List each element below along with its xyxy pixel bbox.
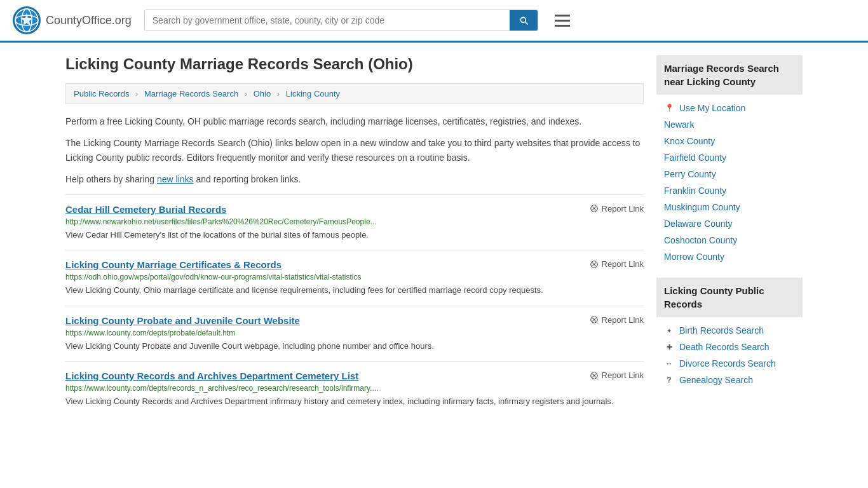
- breadcrumb-sep: ›: [277, 89, 280, 98]
- report-icon: [590, 204, 599, 213]
- sidebar-item-divorce-records[interactable]: Divorce Records Search: [656, 355, 803, 372]
- arrow-icon: [664, 358, 674, 369]
- delaware-county-link[interactable]: Delaware County: [664, 219, 732, 229]
- search-input[interactable]: [145, 10, 510, 30]
- sidebar-item-newark[interactable]: Newark: [656, 116, 803, 133]
- sidebar: Marriage Records Search near Licking Cou…: [656, 55, 803, 417]
- description-3: Help others by sharing new links and rep…: [65, 172, 644, 186]
- sidebar-item-fairfield-county[interactable]: Fairfield County: [656, 149, 803, 166]
- breadcrumb: Public Records › Marriage Records Search…: [65, 83, 644, 104]
- result-title[interactable]: Licking County Marriage Certificates & R…: [65, 259, 281, 270]
- perry-county-link[interactable]: Perry County: [664, 169, 716, 179]
- menu-line: [555, 15, 570, 17]
- question-icon: [664, 375, 674, 385]
- hamburger-menu-button[interactable]: [551, 8, 574, 34]
- result-desc: View Licking County Records and Archives…: [65, 395, 644, 408]
- breadcrumb-ohio[interactable]: Ohio: [254, 89, 271, 98]
- report-link-button[interactable]: Report Link: [590, 370, 644, 380]
- description-1: Perform a free Licking County, OH public…: [65, 114, 644, 128]
- fairfield-county-link[interactable]: Fairfield County: [664, 152, 726, 163]
- sidebar-item-birth-records[interactable]: Birth Records Search: [656, 322, 803, 339]
- breadcrumb-marriage-records[interactable]: Marriage Records Search: [144, 89, 238, 98]
- menu-line: [555, 25, 570, 27]
- report-icon: [590, 315, 599, 324]
- sidebar-item-genealogy-search[interactable]: Genealogy Search: [656, 372, 803, 388]
- result-title[interactable]: Cedar Hill Cemetery Burial Records: [65, 204, 226, 215]
- page-title: Licking County Marriage Records Search (…: [65, 55, 644, 73]
- result-header: Licking County Records and Archives Depa…: [65, 370, 644, 381]
- result-title[interactable]: Licking County Probate and Juvenile Cour…: [65, 315, 300, 326]
- breadcrumb-licking-county[interactable]: Licking County: [286, 89, 340, 98]
- result-url: http://www.newarkohio.net/userfiles/file…: [65, 217, 644, 226]
- result-url: https://odh.ohio.gov/wps/portal/gov/odh/…: [65, 273, 644, 281]
- search-icon: [519, 15, 529, 25]
- result-header: Licking County Marriage Certificates & R…: [65, 259, 644, 270]
- result-item: Licking County Records and Archives Depa…: [65, 361, 644, 417]
- cross-icon: [664, 342, 674, 352]
- result-desc: View Licking County, Ohio marriage certi…: [65, 284, 644, 297]
- newark-link[interactable]: Newark: [664, 119, 694, 130]
- person-icon: [664, 325, 674, 336]
- genealogy-search-link[interactable]: Genealogy Search: [679, 375, 753, 385]
- sidebar-item-coshocton-county[interactable]: Coshocton County: [656, 232, 803, 248]
- report-icon: [590, 371, 599, 380]
- divorce-records-link[interactable]: Divorce Records Search: [679, 358, 776, 369]
- result-item: Licking County Marriage Certificates & R…: [65, 250, 644, 306]
- sidebar-nearby-section: Marriage Records Search near Licking Cou…: [656, 55, 803, 265]
- result-url: https://www.lcounty.com/depts/records_n_…: [65, 384, 644, 393]
- search-button[interactable]: [510, 10, 538, 30]
- morrow-county-link[interactable]: Morrow County: [664, 252, 724, 262]
- logo[interactable]: CountyOffice.org: [13, 6, 132, 34]
- result-url: https://www.lcounty.com/depts/probate/de…: [65, 329, 644, 337]
- breadcrumb-sep: ›: [135, 89, 138, 98]
- sidebar-item-use-location[interactable]: Use My Location: [656, 100, 803, 116]
- sidebar-item-franklin-county[interactable]: Franklin County: [656, 182, 803, 199]
- sidebar-item-death-records[interactable]: Death Records Search: [656, 339, 803, 355]
- result-desc: View Cedar Hill Cemetery's list of the l…: [65, 229, 644, 241]
- breadcrumb-sep: ›: [245, 89, 247, 98]
- main-container: Licking County Marriage Records Search (…: [53, 43, 815, 430]
- content-area: Licking County Marriage Records Search (…: [65, 55, 644, 417]
- report-link-button[interactable]: Report Link: [590, 315, 644, 325]
- result-item: Licking County Probate and Juvenile Cour…: [65, 306, 644, 362]
- header: CountyOffice.org: [0, 0, 868, 43]
- sidebar-item-delaware-county[interactable]: Delaware County: [656, 215, 803, 232]
- use-my-location-link[interactable]: Use My Location: [679, 103, 745, 113]
- sidebar-public-records-section: Licking County Public Records Birth Reco…: [656, 278, 803, 388]
- search-bar: [144, 10, 538, 31]
- results-list: Cedar Hill Cemetery Burial Records Repor…: [65, 194, 644, 417]
- breadcrumb-public-records[interactable]: Public Records: [74, 89, 129, 98]
- birth-records-link[interactable]: Birth Records Search: [679, 325, 764, 336]
- sidebar-item-muskingum-county[interactable]: Muskingum County: [656, 199, 803, 215]
- result-title[interactable]: Licking County Records and Archives Depa…: [65, 370, 358, 381]
- result-item: Cedar Hill Cemetery Burial Records Repor…: [65, 194, 644, 250]
- sidebar-item-morrow-county[interactable]: Morrow County: [656, 248, 803, 265]
- report-icon: [590, 260, 599, 269]
- knox-county-link[interactable]: Knox County: [664, 136, 715, 146]
- muskingum-county-link[interactable]: Muskingum County: [664, 202, 740, 212]
- franklin-county-link[interactable]: Franklin County: [664, 186, 726, 196]
- death-records-link[interactable]: Death Records Search: [679, 342, 770, 352]
- result-desc: View Licking County Probate and Juvenile…: [65, 340, 644, 353]
- menu-line: [555, 20, 570, 22]
- sidebar-item-knox-county[interactable]: Knox County: [656, 133, 803, 149]
- coshocton-county-link[interactable]: Coshocton County: [664, 235, 737, 245]
- new-links-link[interactable]: new links: [157, 174, 194, 184]
- logo-text: CountyOffice.org: [46, 14, 132, 27]
- result-header: Licking County Probate and Juvenile Cour…: [65, 315, 644, 326]
- sidebar-nearby-title: Marriage Records Search near Licking Cou…: [656, 55, 803, 95]
- location-icon: [664, 103, 674, 113]
- sidebar-public-records-title: Licking County Public Records: [656, 278, 803, 317]
- report-link-button[interactable]: Report Link: [590, 204, 644, 214]
- logo-icon: [13, 6, 41, 34]
- description-2: The Licking County Marriage Records Sear…: [65, 136, 644, 165]
- sidebar-item-perry-county[interactable]: Perry County: [656, 166, 803, 182]
- report-link-button[interactable]: Report Link: [590, 259, 644, 269]
- result-header: Cedar Hill Cemetery Burial Records Repor…: [65, 204, 644, 215]
